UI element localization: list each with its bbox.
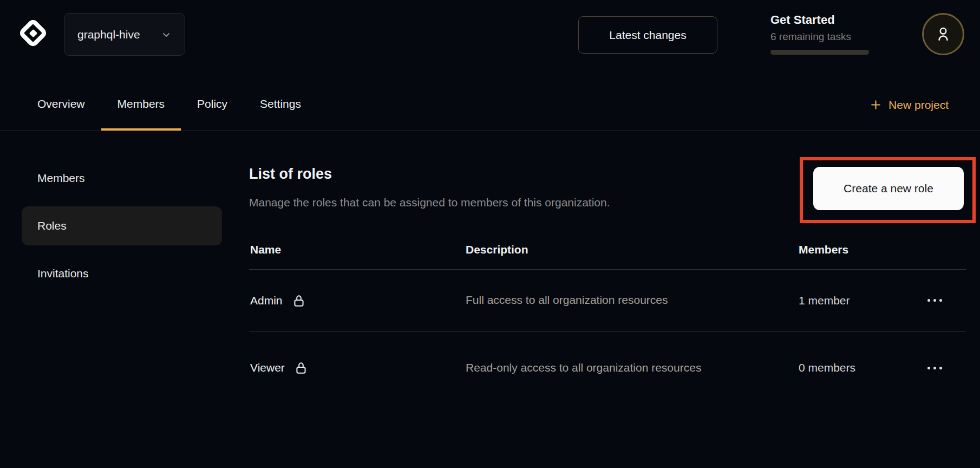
- hive-logo-icon[interactable]: [18, 18, 48, 48]
- plus-icon: [870, 99, 882, 111]
- ellipsis-icon: [927, 367, 930, 369]
- lock-icon: [292, 294, 306, 308]
- get-started-title: Get Started: [770, 13, 869, 27]
- get-started-subtitle: 6 remaining tasks: [770, 31, 869, 43]
- roles-table: Name Description Members Admin Full acce…: [249, 230, 966, 404]
- tab-policy[interactable]: Policy: [181, 70, 244, 131]
- table-row-viewer[interactable]: Viewer Read-only access to all organizat…: [249, 332, 966, 404]
- ellipsis-icon: [927, 299, 930, 302]
- get-started-widget[interactable]: Get Started 6 remaining tasks: [770, 13, 869, 55]
- sidebar-item-roles[interactable]: Roles: [22, 206, 222, 245]
- column-header-description: Description: [466, 243, 799, 256]
- role-description: Full access to all organization resource…: [466, 292, 704, 308]
- lock-icon: [294, 361, 308, 375]
- role-members-count: 1 member: [799, 294, 902, 307]
- create-role-button[interactable]: Create a new role: [813, 167, 964, 210]
- table-row-admin[interactable]: Admin Full access to all organization re…: [249, 270, 966, 332]
- sidebar-item-invitations[interactable]: Invitations: [22, 254, 222, 293]
- tab-overview[interactable]: Overview: [21, 70, 101, 131]
- role-members-count: 0 members: [799, 361, 902, 374]
- person-icon: [934, 25, 952, 43]
- latest-changes-button[interactable]: Latest changes: [578, 16, 717, 54]
- page-subtitle: Manage the roles that can be assigned to…: [249, 196, 610, 209]
- org-selector-button[interactable]: graphql-hive: [64, 13, 185, 56]
- column-header-name: Name: [250, 243, 466, 256]
- role-description: Read-only access to all organization res…: [466, 360, 704, 375]
- get-started-progressbar: [770, 50, 869, 55]
- sidebar-item-members[interactable]: Members: [22, 159, 222, 198]
- column-header-members: Members: [799, 243, 902, 256]
- role-name: Viewer: [250, 361, 285, 374]
- org-tabbar: Overview Members Policy Settings New pro…: [0, 70, 980, 131]
- page-title: List of roles: [249, 166, 332, 183]
- row-menu-button[interactable]: [902, 357, 967, 379]
- tab-members[interactable]: Members: [101, 70, 181, 131]
- tab-settings[interactable]: Settings: [244, 70, 317, 131]
- org-selector-label: graphql-hive: [77, 28, 140, 41]
- user-avatar[interactable]: [922, 13, 964, 55]
- new-project-label: New project: [888, 99, 949, 112]
- roles-table-header: Name Description Members: [249, 230, 966, 270]
- new-project-button[interactable]: New project: [870, 70, 949, 131]
- chevron-down-icon: [161, 29, 172, 40]
- row-menu-button[interactable]: [902, 290, 967, 311]
- role-name: Admin: [250, 294, 283, 307]
- app-root: graphql-hive Latest changes Get Started …: [0, 0, 980, 468]
